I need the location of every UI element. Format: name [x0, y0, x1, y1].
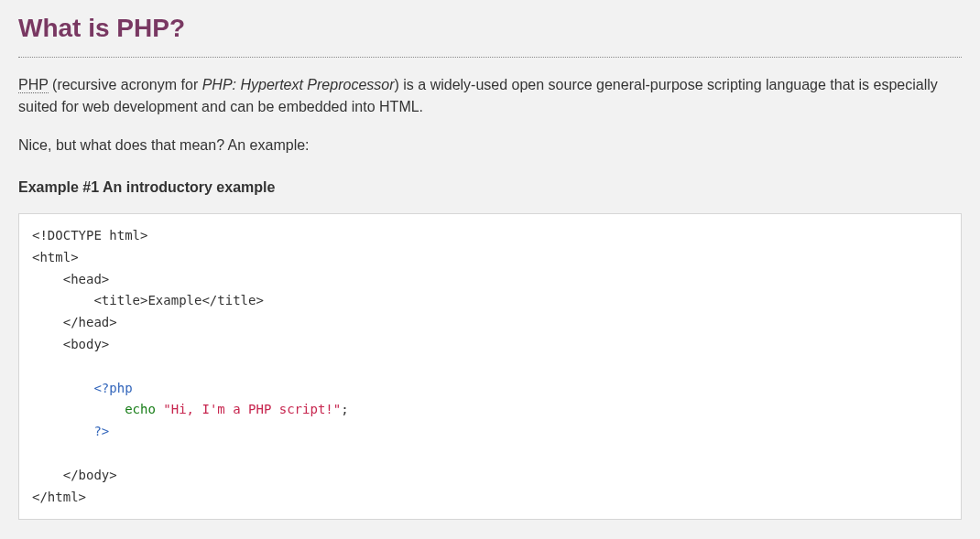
php-abbr: PHP — [18, 77, 49, 93]
php-semicolon: ; — [341, 402, 348, 416]
intro-acronym-expansion: PHP: Hypertext Preprocessor — [202, 77, 395, 92]
page-title: What is PHP? — [18, 9, 962, 58]
php-close-tag: ?> — [93, 424, 109, 438]
code-indent — [32, 424, 93, 438]
code-line: <title>Example</title> — [32, 293, 264, 307]
intro-paragraph-1: PHP (recursive acronym for PHP: Hypertex… — [18, 74, 962, 118]
code-indent — [32, 402, 125, 416]
intro-text-before: (recursive acronym for — [49, 77, 202, 92]
code-line: </head> — [32, 315, 117, 329]
code-line: <!DOCTYPE html> — [32, 228, 147, 243]
code-line: <html> — [32, 250, 79, 264]
php-string-literal: "Hi, I'm a PHP script!" — [163, 402, 341, 416]
code-line: <body> — [32, 337, 109, 351]
example-label: Example #1 An introductory example — [18, 177, 962, 199]
code-line: </body> — [32, 468, 117, 482]
code-indent — [32, 381, 93, 395]
php-open-tag: <?php — [93, 381, 132, 395]
code-line: </html> — [32, 490, 86, 504]
php-echo-keyword: echo — [125, 402, 163, 416]
intro-paragraph-2: Nice, but what does that mean? An exampl… — [18, 135, 962, 156]
code-example: <!DOCTYPE html> <html> <head> <title>Exa… — [18, 213, 962, 520]
code-line: <head> — [32, 272, 109, 286]
